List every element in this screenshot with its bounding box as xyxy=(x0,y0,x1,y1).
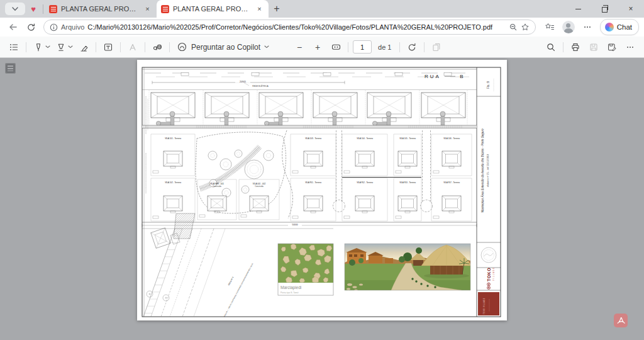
svg-text:VILA 102 - Terreno: VILA 102 - Terreno xyxy=(165,181,181,184)
pdf-favicon xyxy=(49,5,57,13)
back-arrow-icon xyxy=(8,22,18,32)
svg-text:VILA 951 - Terreno: VILA 951 - Terreno xyxy=(305,181,321,184)
toolbar-divider xyxy=(96,42,96,52)
svg-text:VILA 001 - 002: VILA 001 - 002 xyxy=(253,183,266,185)
refresh-icon xyxy=(26,23,36,32)
tab-2-active[interactable]: PLANTA GERAL PROJETO.pdf × xyxy=(157,0,269,18)
refresh-button[interactable] xyxy=(23,20,39,35)
svg-text:Masterplan Área Extensão da Av: Masterplan Área Extensão da Avenida dos … xyxy=(480,128,484,212)
svg-text:VILA 106 - Terreno: VILA 106 - Terreno xyxy=(443,137,460,140)
svg-text:20905: 20905 xyxy=(240,81,246,83)
svg-text:TOKO: TOKO xyxy=(487,268,491,281)
toolbar-divider xyxy=(120,42,121,52)
svg-text:Marciapiedi: Marciapiedi xyxy=(280,285,301,290)
read-aloud-button-disabled[interactable] xyxy=(125,40,140,55)
svg-text:Construída: Construída xyxy=(255,185,264,188)
minimize-button[interactable] xyxy=(565,0,591,18)
acrobat-icon xyxy=(616,316,626,326)
zoom-level-icon[interactable] xyxy=(509,23,518,31)
chevron-down-icon xyxy=(12,7,18,11)
site-plan-drawing: RUAB20905REDE ELÉTRICAVILA 101 - Terreno… xyxy=(137,60,507,320)
tab-divider xyxy=(43,4,43,14)
rotate-button[interactable] xyxy=(404,40,419,55)
draw-pen-dropdown[interactable] xyxy=(45,45,50,48)
profile-avatar[interactable] xyxy=(562,21,575,33)
page-view-button-disabled[interactable] xyxy=(429,40,444,55)
copilot-logo-icon xyxy=(605,23,614,31)
draw-pen-button[interactable] xyxy=(31,40,46,55)
zoom-out-button[interactable]: − xyxy=(292,40,307,55)
save-button-disabled[interactable] xyxy=(586,40,601,55)
toolbar-divider xyxy=(348,42,348,52)
tab-1[interactable]: PLANTA GERAL PROJETO.pdf × xyxy=(45,0,157,18)
copilot-icon xyxy=(177,42,187,52)
page-count-label: de 1 xyxy=(378,43,391,51)
collections-button[interactable] xyxy=(541,20,558,35)
url-scheme-label: Arquivo xyxy=(61,23,84,31)
search-document-button[interactable] xyxy=(543,40,558,55)
copilot-chat-button[interactable]: Chat xyxy=(600,19,639,35)
ellipsis-icon xyxy=(583,23,592,31)
back-button[interactable] xyxy=(5,20,21,35)
svg-text:VILA GER - 001: VILA GER - 001 xyxy=(210,183,224,185)
info-icon[interactable] xyxy=(50,23,58,31)
favorite-star-icon[interactable] xyxy=(521,23,530,31)
svg-text:ÁREA Nº 4: ÁREA Nº 4 xyxy=(228,276,235,286)
browser-actions: Chat xyxy=(541,19,639,35)
svg-text:B: B xyxy=(460,74,463,79)
window-controls: × xyxy=(565,0,644,18)
svg-text:TOKO VILLAGE: TOKO VILLAGE xyxy=(483,298,486,314)
highlighter-dropdown[interactable] xyxy=(68,45,73,48)
browser-menu-button[interactable] xyxy=(579,20,596,35)
save-as-button[interactable] xyxy=(604,40,619,55)
toc-button[interactable] xyxy=(6,40,21,55)
tab-close-button[interactable]: × xyxy=(255,4,264,14)
page-number-input[interactable] xyxy=(353,40,372,54)
toolbar-divider xyxy=(563,42,564,52)
pdf-viewport[interactable]: RUAB20905REDE ELÉTRICAVILA 101 - Terreno… xyxy=(0,58,644,340)
viewer-corner-widget[interactable] xyxy=(5,63,16,74)
pdf-toolbar: Perguntar ao Copilot − + de 1 xyxy=(0,37,644,58)
url-field[interactable]: Arquivo C:/Mario%20130126/Mario%202025/P… xyxy=(43,20,536,35)
svg-text:Fls. 9: Fls. 9 xyxy=(486,81,490,89)
eraser-button[interactable] xyxy=(76,40,91,55)
heart-icon: ♥ xyxy=(31,5,36,13)
tab-title: PLANTA GERAL PROJETO.pdf xyxy=(173,5,251,13)
print-button[interactable] xyxy=(568,40,583,55)
new-tab-button[interactable]: + xyxy=(269,1,285,17)
add-text-button[interactable] xyxy=(101,40,116,55)
pdf-toolbar-right xyxy=(543,40,638,55)
pinned-tab-heart-icon[interactable]: ♥ xyxy=(25,5,42,13)
svg-text:VILA 105 - Terreno: VILA 105 - Terreno xyxy=(399,137,416,140)
address-bar: Arquivo C:/Mario%20130126/Mario%202025/P… xyxy=(0,18,644,37)
svg-text:50000: 50000 xyxy=(292,224,298,226)
tab-title: PLANTA GERAL PROJETO.pdf xyxy=(61,5,139,13)
zoom-in-button[interactable]: + xyxy=(310,40,325,55)
collections-icon xyxy=(545,22,555,32)
svg-text:ÁREA Nº 1 - IMÓVEL DESTINADO À: ÁREA Nº 1 - IMÓVEL DESTINADO À EXPANSÃO … xyxy=(223,262,254,318)
highlighter-button[interactable] xyxy=(53,40,69,55)
acrobat-extension-button[interactable] xyxy=(614,314,628,327)
svg-text:VILA 957 - Terreno: VILA 957 - Terreno xyxy=(443,181,460,184)
toolbar-divider xyxy=(169,42,170,52)
copilot-group[interactable]: Perguntar ao Copilot xyxy=(174,42,272,52)
svg-text:VILA 953 - Terreno: VILA 953 - Terreno xyxy=(399,181,416,184)
toolbar-divider xyxy=(145,42,145,52)
minimize-icon xyxy=(575,9,581,9)
pdf-page: RUAB20905REDE ELÉTRICAVILA 101 - Terreno… xyxy=(137,60,507,320)
translate-button[interactable] xyxy=(150,40,165,55)
tab-bar: ♥ PLANTA GERAL PROJETO.pdf × PLANTA GERA… xyxy=(0,0,644,18)
restore-button[interactable] xyxy=(591,0,618,18)
chevron-down-icon xyxy=(264,45,269,48)
svg-text:RUA: RUA xyxy=(425,74,441,79)
close-button[interactable]: × xyxy=(618,0,644,18)
tab-search-button[interactable] xyxy=(5,3,25,15)
browser-window: ♥ PLANTA GERAL PROJETO.pdf × PLANTA GERA… xyxy=(0,0,644,340)
svg-text:VILA 104 - Terreno: VILA 104 - Terreno xyxy=(357,137,373,140)
url-text: C:/Mario%20130126/Mario%202025/Prof/Corr… xyxy=(87,23,492,31)
fit-to-width-button[interactable] xyxy=(328,40,343,55)
svg-text:Construída: Construída xyxy=(213,185,221,188)
svg-text:VILA 103 - Terreno: VILA 103 - Terreno xyxy=(305,137,321,140)
more-options-button[interactable] xyxy=(623,40,638,55)
tab-close-button[interactable]: × xyxy=(143,4,152,14)
